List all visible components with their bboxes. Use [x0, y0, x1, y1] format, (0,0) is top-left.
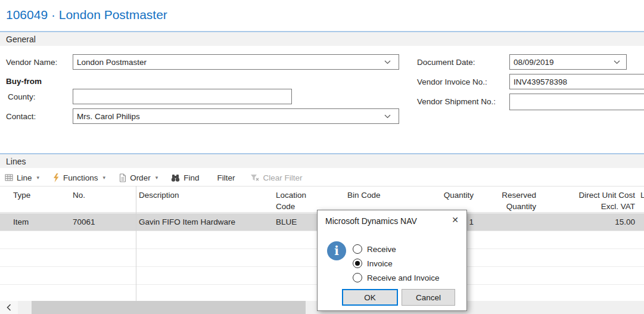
binoculars-icon: [171, 174, 180, 182]
frozen-pane-divider: [136, 186, 136, 301]
chevron-down-icon[interactable]: [384, 114, 391, 119]
column-header-direct-unit-cost[interactable]: Direct Unit Cost Excl. VAT: [570, 189, 635, 212]
lightning-icon: [52, 173, 60, 182]
filter-button[interactable]: Filter: [217, 173, 235, 182]
radio-button[interactable]: [353, 273, 362, 282]
radio-option-receive-and-invoice[interactable]: Receive and Invoice: [353, 272, 440, 283]
scrollbar-thumb[interactable]: [32, 301, 306, 314]
column-header-no[interactable]: No.: [73, 189, 108, 201]
order-menu-label: Order: [130, 173, 151, 182]
functions-menu-button[interactable]: Functions ▾: [52, 173, 105, 182]
vendor-name-label: Vendor Name:: [6, 57, 57, 67]
scroll-left-button[interactable]: [0, 301, 18, 314]
dynamics-nav-dialog: Microsoft Dynamics NAV ✕ i Receive Invoi…: [317, 210, 467, 311]
column-header-bin-code[interactable]: Bin Code: [347, 189, 395, 201]
order-menu-button[interactable]: Order ▾: [119, 173, 158, 182]
clear-filter-label: Clear Filter: [263, 173, 302, 182]
county-label: County:: [8, 92, 36, 102]
line-menu-button[interactable]: Line ▾: [5, 173, 39, 182]
document-date-input[interactable]: [509, 54, 627, 70]
section-header-general[interactable]: General: [0, 31, 644, 46]
dropdown-caret-icon[interactable]: ▾: [37, 175, 40, 181]
find-button[interactable]: Find: [171, 173, 199, 182]
find-label: Find: [183, 173, 199, 182]
column-header-type[interactable]: Type: [13, 189, 64, 201]
cell-location-code[interactable]: BLUE: [276, 213, 313, 231]
cell-description[interactable]: Gavin FIFO Item Hardware: [139, 213, 270, 231]
radio-label[interactable]: Receive: [367, 245, 396, 254]
lines-toolbar: Line ▾ Functions ▾ Order ▾ Find Filter C…: [5, 171, 315, 184]
lines-table-header: Type No. Description Location Code Bin C…: [0, 186, 644, 213]
radio-button[interactable]: [353, 259, 362, 268]
vendor-invoice-no-label: Vendor Invoice No.:: [417, 77, 487, 87]
info-icon: i: [327, 241, 346, 260]
vendor-invoice-no-input[interactable]: [509, 74, 644, 89]
radio-option-receive[interactable]: Receive: [353, 244, 396, 254]
vendor-shipment-no-input[interactable]: [509, 94, 644, 110]
vendor-shipment-no-label: Vendor Shipment No.:: [417, 97, 496, 107]
grid-icon: [5, 173, 13, 182]
chevron-down-icon[interactable]: [614, 60, 620, 64]
cell-no[interactable]: 70061: [73, 213, 108, 231]
contact-input[interactable]: [73, 108, 399, 124]
section-header-lines[interactable]: Lines: [0, 153, 644, 168]
document-icon: [119, 173, 126, 182]
ok-button[interactable]: OK: [342, 289, 398, 306]
line-menu-label: Line: [17, 173, 32, 182]
chevron-left-icon: [7, 304, 11, 311]
column-header-reserved-quantity[interactable]: Reserved Quantity: [489, 189, 536, 212]
document-date-label: Document Date:: [417, 57, 475, 67]
contact-label: Contact:: [6, 111, 36, 122]
dropdown-caret-icon[interactable]: ▾: [103, 175, 106, 181]
clear-filter-icon: [250, 173, 259, 182]
cancel-button[interactable]: Cancel: [402, 289, 455, 306]
column-header-location-code[interactable]: Location Code: [276, 189, 313, 212]
dropdown-caret-icon[interactable]: ▾: [155, 175, 158, 181]
radio-label[interactable]: Receive and Invoice: [367, 273, 440, 282]
column-header-clipped[interactable]: L: [640, 189, 644, 201]
radio-button[interactable]: [353, 244, 362, 254]
column-header-description[interactable]: Description: [139, 189, 270, 201]
radio-label[interactable]: Invoice: [367, 259, 393, 268]
clear-filter-button[interactable]: Clear Filter: [250, 173, 302, 182]
dialog-title: Microsoft Dynamics NAV: [325, 216, 417, 226]
filter-label: Filter: [217, 173, 235, 182]
cell-direct-unit-cost[interactable]: 15.00: [570, 213, 635, 231]
cell-type[interactable]: Item: [13, 213, 64, 231]
buy-from-group-label: Buy-from: [6, 76, 42, 86]
county-input[interactable]: [73, 89, 292, 104]
radio-option-invoice[interactable]: Invoice: [353, 258, 393, 269]
functions-menu-label: Functions: [63, 173, 98, 182]
dynamics-nav-window: 106049 · London Postmaster General Vendo…: [0, 0, 644, 314]
column-header-quantity[interactable]: Quantity: [417, 189, 474, 201]
page-title: 106049 · London Postmaster: [6, 8, 167, 22]
close-icon[interactable]: ✕: [452, 215, 459, 225]
chevron-down-icon[interactable]: [384, 60, 391, 64]
vendor-name-input[interactable]: [73, 54, 399, 70]
